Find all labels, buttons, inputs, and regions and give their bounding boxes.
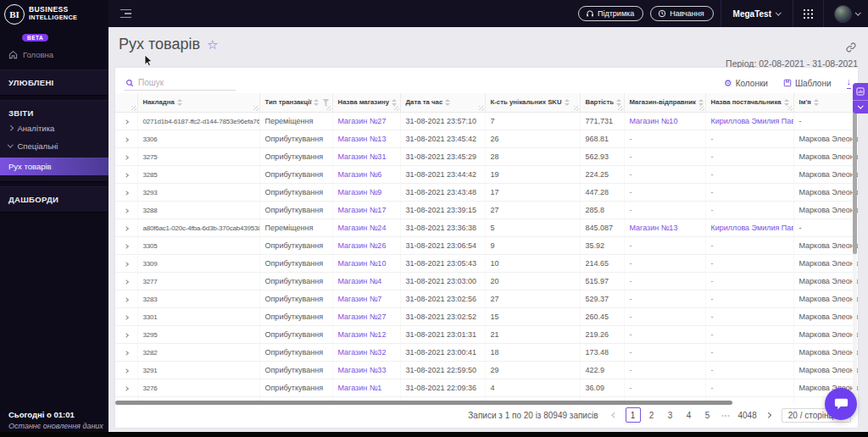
shop-link[interactable]: Магазин №31 xyxy=(338,152,387,161)
search-input[interactable]: Пошук xyxy=(124,75,236,91)
shop-link[interactable]: Магазин №1 xyxy=(338,384,382,392)
column-header-datetime[interactable]: Дата та час xyxy=(400,93,485,112)
expand-row-icon[interactable] xyxy=(124,119,129,124)
page-button-5[interactable]: 5 xyxy=(700,407,715,423)
sort-icon[interactable] xyxy=(565,99,570,106)
shop-link[interactable]: Магазин №12 xyxy=(338,330,387,339)
scrollbar-thumb[interactable] xyxy=(853,93,857,254)
sidebar-item-goods-movement[interactable]: Рух товарів xyxy=(0,158,108,175)
sort-icon[interactable] xyxy=(616,99,621,106)
column-header-value[interactable]: Вартість xyxy=(580,93,624,112)
support-button[interactable]: Підтримка xyxy=(578,6,643,21)
table-row[interactable]: 3276 Оприбуткування Магазин №1 31-08-202… xyxy=(115,379,858,396)
share-link-icon[interactable] xyxy=(846,41,856,56)
column-header-name[interactable]: Ім'я xyxy=(793,93,858,112)
expand-row-icon[interactable] xyxy=(124,137,129,142)
table-row[interactable]: a80f6ac1-020c-4fba-6d3b-370cab439538 Пер… xyxy=(115,218,858,236)
column-header-invoice[interactable]: Накладна xyxy=(137,93,259,112)
column-resize-handle[interactable] xyxy=(326,106,331,111)
training-button[interactable]: Навчання xyxy=(650,6,713,21)
table-row[interactable]: 3288 Оприбуткування Магазин №17 31-08-20… xyxy=(115,201,858,218)
shop-link[interactable]: Магазин №7 xyxy=(338,295,382,303)
page-button-2[interactable]: 2 xyxy=(644,407,659,423)
chevron-down-icon[interactable] xyxy=(853,101,868,113)
column-resize-handle[interactable] xyxy=(574,106,579,111)
bar-chart-icon[interactable] xyxy=(853,83,868,101)
scrollbar-thumb[interactable] xyxy=(115,401,732,405)
table-row[interactable]: 3305 Оприбуткування Магазин №26 31-08-20… xyxy=(115,236,858,254)
expand-row-icon[interactable] xyxy=(124,386,129,391)
expand-row-icon[interactable] xyxy=(124,262,129,267)
sort-icon[interactable] xyxy=(698,99,704,106)
sidebar-section-dashboards[interactable]: ДАШБОРДИ xyxy=(0,186,108,213)
user-menu[interactable] xyxy=(824,5,868,23)
expand-row-icon[interactable] xyxy=(124,244,129,249)
sender-link[interactable]: Магазин №13 xyxy=(630,224,678,232)
column-header-sku[interactable]: К-сть унікальних SKU xyxy=(485,93,580,112)
expand-row-icon[interactable] xyxy=(124,208,129,213)
table-row[interactable]: 3282 Оприбуткування Магазин №32 31-08-20… xyxy=(115,343,858,361)
expand-row-icon[interactable] xyxy=(124,297,129,302)
page-button-4[interactable]: 4 xyxy=(682,407,697,423)
table-row[interactable]: 3306 Оприбуткування Магазин №13 31-08-20… xyxy=(115,130,858,147)
sidebar-section-favorites[interactable]: УЛЮБЛЕНІ xyxy=(0,69,108,96)
horizontal-scrollbar[interactable] xyxy=(115,400,858,406)
shop-link[interactable]: Магазин №4 xyxy=(338,277,382,285)
column-resize-handle[interactable] xyxy=(618,106,623,111)
sidebar-item-analytics[interactable]: Аналітика xyxy=(0,119,108,137)
column-header-sender[interactable]: Магазин-відправник xyxy=(624,93,705,112)
expand-row-icon[interactable] xyxy=(124,226,129,231)
sort-icon[interactable] xyxy=(392,99,397,106)
expand-row-icon[interactable] xyxy=(124,368,129,373)
table-row[interactable]: 3277 Оприбуткування Магазин №4 31-08-202… xyxy=(115,272,858,290)
shop-link[interactable]: Магазин №10 xyxy=(338,259,387,268)
sort-icon[interactable] xyxy=(445,99,450,106)
supplier-link[interactable]: Кириллова Эмилия Павловна xyxy=(711,224,794,232)
table-row[interactable]: 3293 Оприбуткування Магазин №9 31-08-202… xyxy=(115,183,858,201)
expand-row-icon[interactable] xyxy=(124,279,129,285)
column-resize-handle[interactable] xyxy=(394,106,399,111)
chat-button[interactable] xyxy=(825,388,857,420)
shop-link[interactable]: Магазин №26 xyxy=(338,241,387,250)
columns-button[interactable]: ⚙ Колонки xyxy=(724,79,768,88)
workspace-selector[interactable]: MegaTest xyxy=(721,9,793,19)
page-button-4048[interactable]: 4048 xyxy=(737,407,758,423)
vertical-scrollbar[interactable] xyxy=(853,93,857,398)
table-row[interactable]: 3275 Оприбуткування Магазин №31 31-08-20… xyxy=(115,147,858,165)
column-resize-handle[interactable] xyxy=(787,106,793,111)
expand-row-icon[interactable] xyxy=(124,315,129,320)
expand-row-icon[interactable] xyxy=(124,351,129,356)
sort-icon[interactable] xyxy=(784,99,789,106)
table-row[interactable]: 3291 Оприбуткування Магазин №33 31-08-20… xyxy=(115,361,858,379)
expand-row-icon[interactable] xyxy=(124,155,129,160)
menu-fold-icon[interactable] xyxy=(120,9,131,19)
page-ellipsis[interactable]: ••• xyxy=(719,407,734,423)
shop-link[interactable]: Магазин №17 xyxy=(338,206,387,214)
shop-link[interactable]: Магазин №27 xyxy=(338,313,387,321)
shop-link[interactable]: Магазин №24 xyxy=(338,224,387,232)
shop-link[interactable]: Магазин №32 xyxy=(338,348,387,357)
shop-link[interactable]: Магазин №6 xyxy=(338,170,382,179)
shop-link[interactable]: Магазин №27 xyxy=(338,117,387,125)
templates-button[interactable]: Шаблони xyxy=(783,79,832,88)
page-button-3[interactable]: 3 xyxy=(663,407,678,423)
sort-icon[interactable] xyxy=(177,99,182,106)
prev-page-button[interactable] xyxy=(609,407,622,423)
column-resize-handle[interactable] xyxy=(699,106,704,111)
table-row[interactable]: 3295 Оприбуткування Магазин №12 31-08-20… xyxy=(115,325,858,343)
sender-link[interactable]: Магазин №10 xyxy=(630,117,678,125)
table-row[interactable]: 3309 Оприбуткування Магазин №10 31-08-20… xyxy=(115,254,858,272)
shop-link[interactable]: Магазин №9 xyxy=(338,188,382,196)
column-resize-handle[interactable] xyxy=(253,106,259,111)
download-icon[interactable]: ↓ xyxy=(847,77,852,89)
app-logo[interactable]: BI BUSINESS INTELLIGENCE xyxy=(0,0,108,28)
table-row[interactable]: 0271d1b4-6187-ffc2-d144-7853e96efa76 Пер… xyxy=(115,112,858,130)
sort-icon[interactable] xyxy=(814,99,819,106)
favorite-star-icon[interactable]: ☆ xyxy=(207,38,218,51)
shop-link[interactable]: Магазин №13 xyxy=(338,135,387,143)
column-header-shop[interactable]: Назва магазину xyxy=(332,93,400,112)
supplier-link[interactable]: Кириллова Эмилия Павловна xyxy=(711,117,794,125)
sidebar-item-home[interactable]: Головна xyxy=(0,43,108,65)
shop-link[interactable]: Магазин №33 xyxy=(338,366,387,374)
sort-icon[interactable] xyxy=(314,99,319,106)
